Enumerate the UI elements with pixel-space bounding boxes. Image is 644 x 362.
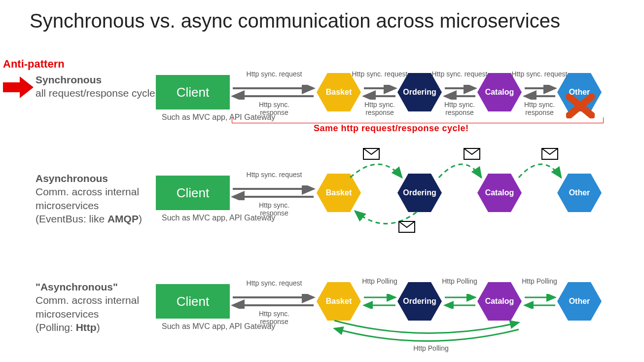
lbl-req-3: Http sync. request bbox=[430, 70, 489, 78]
client-box-async: Client bbox=[156, 176, 230, 210]
envelope-icon-4 bbox=[398, 221, 415, 233]
lbl-resp-1: Http sync. response bbox=[245, 101, 304, 116]
sync-arrows-basket-ordering bbox=[362, 85, 397, 100]
poll-green-ordering-catalog bbox=[443, 294, 477, 309]
poll-green-basket-ordering bbox=[362, 294, 397, 309]
hex-catalog-3: Catalog bbox=[477, 282, 522, 321]
sync-arrows-client-basket bbox=[231, 85, 316, 100]
lbl-resp-a: Http sync. response bbox=[245, 201, 304, 217]
hex-ordering-3: Ordering bbox=[397, 282, 442, 321]
envelope-icon-3 bbox=[541, 148, 558, 160]
lbl-req-1: Http sync. request bbox=[245, 70, 304, 78]
red-bracket bbox=[232, 117, 604, 123]
same-cycle-label: Same http request/response cycle! bbox=[314, 123, 469, 134]
lbl-poll-2: Http Polling bbox=[430, 277, 489, 285]
lbl-resp-4: Http sync. response bbox=[510, 101, 569, 116]
async-arrows-client-basket bbox=[231, 185, 316, 200]
big-x-icon bbox=[566, 94, 595, 118]
lbl-resp-2: Http sync. response bbox=[350, 101, 409, 116]
red-arrow-icon bbox=[3, 76, 34, 98]
lbl-req-a: Http sync. request bbox=[245, 171, 304, 179]
lbl-poll-1: Http Polling bbox=[350, 277, 409, 285]
section-poll-label: "Asynchronous" Comm. across internal mic… bbox=[36, 280, 156, 334]
section-sync-label: Synchronous all request/response cycle bbox=[36, 73, 156, 100]
envelope-icon-1 bbox=[363, 148, 380, 160]
sync-arrows-ordering-catalog bbox=[443, 85, 477, 100]
lbl-resp-p: Http sync. response bbox=[245, 310, 304, 326]
hex-other-3: Other bbox=[557, 282, 602, 321]
lbl-req-p: Http sync. request bbox=[245, 279, 304, 287]
poll-green-catalog-other bbox=[523, 294, 557, 309]
client-box-sync: Client bbox=[156, 75, 230, 109]
sync-arrows-catalog-other bbox=[523, 85, 557, 100]
eventbus-curves bbox=[316, 148, 611, 237]
section-async-label: Asynchronous Comm. across internal micro… bbox=[36, 172, 156, 225]
page-title: Synchronous vs. async communication acro… bbox=[30, 10, 560, 32]
poll-arrows-client-basket bbox=[231, 294, 316, 309]
lbl-resp-3: Http sync. response bbox=[430, 101, 489, 116]
lbl-req-2: Http sync. request bbox=[350, 70, 409, 78]
lbl-poll-3: Http Polling bbox=[510, 277, 569, 285]
lbl-poll-4: Http Polling bbox=[401, 344, 461, 352]
envelope-icon-2 bbox=[464, 148, 480, 160]
client-box-poll: Client bbox=[156, 284, 230, 319]
hex-basket-3: Basket bbox=[317, 282, 361, 321]
anti-pattern-label: Anti-pattern bbox=[3, 58, 65, 71]
lbl-req-4: Http sync. request bbox=[510, 70, 569, 78]
svg-marker-0 bbox=[3, 76, 34, 98]
